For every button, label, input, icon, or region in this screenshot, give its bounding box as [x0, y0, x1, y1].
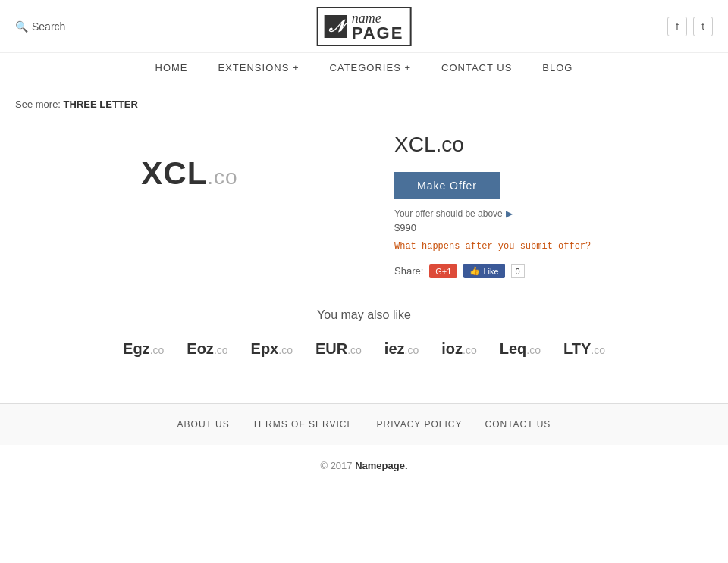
domain-info: XCL.co Make Offer Your offer should be a… [394, 125, 713, 278]
list-item[interactable]: Epx.co [251, 340, 293, 358]
list-item[interactable]: iez.co [384, 340, 419, 358]
item-tld: .co [526, 344, 541, 356]
nav-extensions[interactable]: EXTENSIONS + [218, 62, 300, 74]
search-button[interactable]: 🔍 Search [15, 20, 65, 33]
list-item[interactable]: Egz.co [123, 340, 164, 358]
item-tld: .co [214, 344, 228, 356]
footer-contact[interactable]: CONTACT US [485, 419, 551, 430]
item-tld: .co [405, 344, 419, 356]
also-like-section: You may also like Egz.co Eoz.co Epx.co E… [15, 308, 713, 358]
offer-hint-text: Your offer should be above [394, 208, 503, 219]
list-item[interactable]: EUR.co [315, 340, 362, 358]
fb-count: 0 [511, 264, 525, 278]
offer-hint: Your offer should be above ▶ [394, 208, 713, 219]
nav-contact[interactable]: CONTACT US [441, 62, 512, 74]
social-links: f t [667, 17, 713, 36]
item-name: ioz [441, 340, 463, 357]
nav-home[interactable]: HOME [155, 62, 188, 74]
item-tld: .co [278, 344, 293, 356]
breadcrumb: See more: THREE LETTER [15, 99, 713, 110]
fb-like-label: Like [483, 267, 498, 276]
domain-tld: .co [207, 165, 237, 189]
item-name: Egz [123, 340, 150, 357]
item-name: Eoz [187, 340, 214, 357]
offer-price: $990 [394, 222, 713, 233]
list-item[interactable]: Leq.co [500, 340, 541, 358]
item-tld: .co [591, 344, 605, 356]
search-label: Search [32, 20, 65, 33]
footer-about[interactable]: ABOUT US [177, 419, 230, 430]
copyright-text: © 2017 [320, 460, 352, 471]
nav-categories[interactable]: CATEGORIES + [330, 62, 411, 74]
list-item[interactable]: LTY.co [563, 340, 605, 358]
breadcrumb-prefix: See more: [15, 99, 61, 110]
facebook-icon[interactable]: f [667, 17, 687, 36]
brand-link[interactable]: Namepage. [355, 460, 407, 471]
make-offer-button[interactable]: Make Offer [394, 172, 500, 199]
site-logo[interactable]: 𝒩 name PAGE [317, 7, 412, 46]
domain-section: XCL.co XCL.co Make Offer Your offer shou… [15, 125, 713, 278]
logo-icon: 𝒩 [325, 15, 347, 38]
fb-like-button[interactable]: 👍 Like [463, 264, 504, 278]
item-name: iez [384, 340, 405, 357]
search-icon: 🔍 [15, 20, 28, 33]
header: 🔍 Search 𝒩 name PAGE f t [0, 0, 728, 53]
main-content: See more: THREE LETTER XCL.co XCL.co Mak… [0, 83, 728, 403]
domain-name: XCL [141, 155, 207, 191]
nav-blog[interactable]: BLOG [542, 62, 573, 74]
gplus-button[interactable]: G+1 [429, 264, 457, 278]
logo-text-bottom: PAGE [352, 25, 404, 42]
item-tld: .co [347, 344, 362, 356]
share-row: Share: G+1 👍 Like 0 [394, 264, 713, 278]
domain-logo-area: XCL.co [15, 125, 364, 222]
item-tld: .co [463, 344, 477, 356]
share-label: Share: [394, 265, 423, 277]
main-nav: HOME EXTENSIONS + CATEGORIES + CONTACT U… [0, 53, 728, 83]
twitter-icon[interactable]: t [693, 17, 713, 36]
item-name: Epx [251, 340, 279, 357]
what-happens-link[interactable]: What happens after you submit offer? [394, 241, 713, 252]
also-like-title: You may also like [15, 308, 713, 322]
domain-list: Egz.co Eoz.co Epx.co EUR.co iez.co ioz.c… [15, 340, 713, 358]
item-name: EUR [315, 340, 347, 357]
footer-privacy[interactable]: PRIVACY POLICY [377, 419, 463, 430]
item-tld: .co [150, 344, 165, 356]
item-name: Leq [500, 340, 527, 357]
list-item[interactable]: Eoz.co [187, 340, 228, 358]
domain-logo: XCL.co [141, 155, 237, 192]
domain-title: XCL.co [394, 133, 713, 157]
footer-bottom: © 2017 Namepage. [0, 445, 728, 486]
item-name: LTY [563, 340, 591, 357]
breadcrumb-link[interactable]: THREE LETTER [64, 99, 138, 110]
footer-terms[interactable]: TERMS OF SERVICE [253, 419, 354, 430]
footer-nav: ABOUT US TERMS OF SERVICE PRIVACY POLICY… [0, 403, 728, 445]
arrow-icon: ▶ [506, 208, 513, 219]
list-item[interactable]: ioz.co [441, 340, 476, 358]
fb-thumbs-icon: 👍 [469, 266, 480, 276]
